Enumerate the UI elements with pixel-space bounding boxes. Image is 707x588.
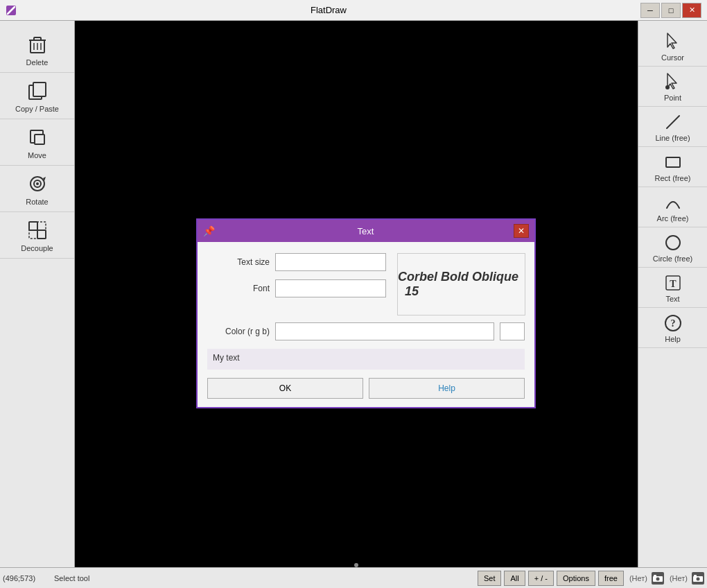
text-size-label: Text size <box>207 257 270 267</box>
dialog-title: Text <box>218 226 514 236</box>
sidebar-item-delete-label: Delete <box>26 58 49 67</box>
font-label: Font <box>207 284 270 293</box>
text-icon: T <box>663 273 683 293</box>
dialog-titlebar[interactable]: 📌 Text ✕ <box>198 220 534 242</box>
app-icon <box>6 5 17 16</box>
line-icon <box>663 112 683 132</box>
svg-point-20 <box>665 85 670 89</box>
set-button[interactable]: Set <box>478 571 502 586</box>
dialog-overlay: 📌 Text ✕ Text size Fo <box>75 21 638 567</box>
dialog-pin-icon: 📌 <box>203 225 215 236</box>
dialog-buttons: OK Help <box>207 378 525 399</box>
right-sidebar-item-help[interactable]: ? Help <box>638 308 707 348</box>
status-select-tool: Select tool <box>54 574 475 582</box>
cursor-icon <box>663 32 683 51</box>
preview-text: Corbel Bold Oblique 15 <box>398 270 525 299</box>
svg-rect-16 <box>37 230 46 239</box>
right-sidebar-item-text[interactable]: T Text <box>638 268 707 308</box>
right-sidebar-text-label: Text <box>665 295 679 303</box>
ok-button[interactable]: OK <box>207 378 363 399</box>
svg-rect-22 <box>666 157 680 167</box>
point-icon <box>663 72 683 92</box>
help-button[interactable]: Help <box>369 378 525 399</box>
svg-point-23 <box>666 236 680 250</box>
net2-label: (Нет) <box>667 574 690 582</box>
decouple-icon <box>26 219 49 241</box>
help-icon: ? <box>663 313 683 333</box>
svg-line-21 <box>667 116 679 128</box>
right-sidebar-item-cursor[interactable]: Cursor <box>638 26 707 67</box>
sidebar-item-move[interactable]: Move <box>0 119 74 166</box>
camera1-icon <box>652 572 664 585</box>
svg-rect-11 <box>35 135 44 144</box>
sidebar-item-copy-paste[interactable]: Copy / Paste <box>0 73 74 119</box>
svg-text:?: ? <box>670 318 675 329</box>
options-button[interactable]: Options <box>557 571 595 586</box>
color-swatch[interactable] <box>500 322 525 340</box>
arc-icon <box>663 193 683 212</box>
font-row: Font <box>207 279 386 297</box>
rect-icon <box>663 153 683 172</box>
color-input[interactable] <box>275 322 494 340</box>
color-row: Color (r g b) <box>207 322 525 340</box>
font-preview: Corbel Bold Oblique 15 <box>397 253 525 315</box>
svg-text:T: T <box>670 279 677 289</box>
net1-group: (Нет) <box>627 572 664 585</box>
circle-icon <box>663 233 683 252</box>
text-size-row: Text size <box>207 253 386 271</box>
left-sidebar: Delete Copy / Paste Move <box>0 21 75 567</box>
right-sidebar-item-line[interactable]: Line (free) <box>638 107 707 147</box>
dialog-body: Text size Font Corbel Bold Oblique <box>198 242 534 407</box>
font-input[interactable] <box>275 279 386 297</box>
svg-rect-32 <box>694 575 697 577</box>
dialog-close-button[interactable]: ✕ <box>514 224 529 238</box>
all-button[interactable]: All <box>504 571 525 586</box>
svg-rect-29 <box>654 575 656 577</box>
svg-point-30 <box>656 577 659 580</box>
sidebar-item-decouple[interactable]: Decouple <box>0 212 74 259</box>
color-label: Color (r g b) <box>207 327 270 336</box>
copy-icon <box>26 80 49 102</box>
center-indicator <box>354 563 358 567</box>
sidebar-item-rotate-label: Rotate <box>26 198 48 206</box>
right-sidebar-item-circle[interactable]: Circle (free) <box>638 227 707 268</box>
rotate-icon <box>26 173 49 195</box>
trash-icon <box>26 33 49 55</box>
right-sidebar-rect-label: Rect (free) <box>655 174 691 182</box>
statusbar: (496;573) Select tool Set All + / - Opti… <box>0 567 707 588</box>
sidebar-item-delete[interactable]: Delete <box>0 26 74 73</box>
right-sidebar: Cursor Point Line (free) <box>638 21 707 567</box>
sidebar-item-copy-paste-label: Copy / Paste <box>15 105 59 113</box>
svg-point-33 <box>697 577 700 580</box>
svg-rect-4 <box>34 37 41 40</box>
sidebar-item-rotate[interactable]: Rotate <box>0 166 74 212</box>
right-sidebar-item-point[interactable]: Point <box>638 67 707 107</box>
titlebar-controls: ─ □ ✕ <box>640 3 701 18</box>
canvas-area[interactable]: 📌 Text ✕ Text size Fo <box>75 21 638 567</box>
svg-marker-18 <box>667 33 677 49</box>
close-button[interactable]: ✕ <box>682 3 701 18</box>
sidebar-item-move-label: Move <box>28 151 46 159</box>
right-sidebar-item-arc[interactable]: Arc (free) <box>638 187 707 227</box>
net2-group: (Нет) <box>667 572 704 585</box>
free-button[interactable]: free <box>598 571 624 586</box>
net1-label: (Нет) <box>627 574 650 582</box>
right-sidebar-line-label: Line (free) <box>655 134 690 142</box>
minimize-button[interactable]: ─ <box>640 3 660 18</box>
status-coords: (496;573) <box>3 574 51 582</box>
plus-minus-button[interactable]: + / - <box>528 571 554 586</box>
svg-rect-9 <box>33 83 46 96</box>
maximize-button[interactable]: □ <box>661 3 681 18</box>
right-sidebar-help-label: Help <box>665 335 681 343</box>
sidebar-item-decouple-label: Decouple <box>21 244 53 252</box>
app-title: FlatDraw <box>17 5 640 15</box>
text-size-input[interactable] <box>275 253 386 271</box>
right-sidebar-item-rect[interactable]: Rect (free) <box>638 147 707 187</box>
svg-rect-15 <box>29 222 37 230</box>
text-content-area[interactable]: My text <box>207 349 525 370</box>
camera2-icon <box>692 572 704 585</box>
text-dialog: 📌 Text ✕ Text size Fo <box>196 218 536 408</box>
right-sidebar-arc-label: Arc (free) <box>657 214 689 223</box>
move-icon <box>26 126 49 148</box>
titlebar: FlatDraw ─ □ ✕ <box>0 0 707 21</box>
